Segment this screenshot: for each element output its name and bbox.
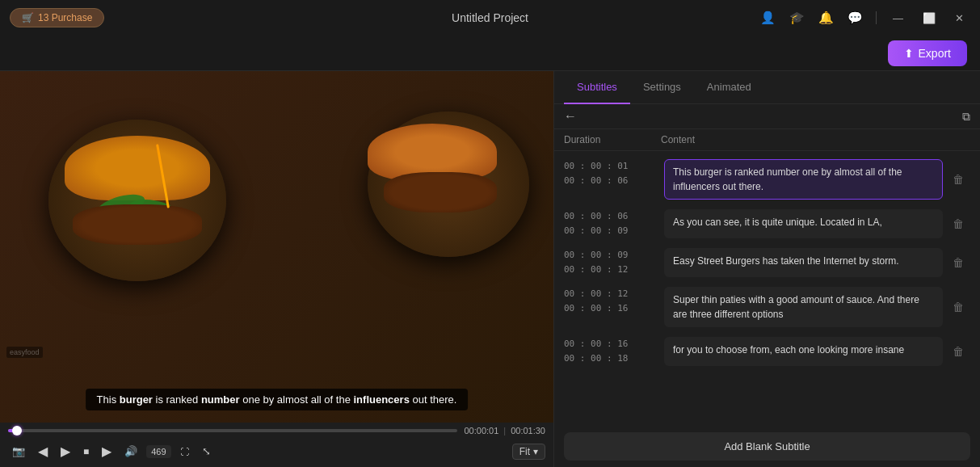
- purchase-icon: 🛒: [22, 12, 34, 23]
- duration-header: Duration: [564, 134, 661, 145]
- tab-subtitles[interactable]: Subtitles: [564, 71, 630, 104]
- chat-icon: 💬: [848, 11, 863, 25]
- close-button[interactable]: ✕: [948, 9, 970, 27]
- subtitle-row-0: 00 : 00 : 01 00 : 00 : 06 This burger is…: [554, 154, 980, 204]
- titlebar-right: 👤 🎓 🔔 💬 — ⬜ ✕: [756, 6, 970, 29]
- patty-right: [384, 172, 497, 212]
- crop-button[interactable]: ⤡: [198, 442, 215, 461]
- subtitle-delete-0[interactable]: 🗑: [946, 170, 970, 189]
- rewind-button[interactable]: ◀: [34, 440, 52, 462]
- tab-animated[interactable]: Animated: [694, 71, 764, 104]
- camera-button[interactable]: 📷: [8, 442, 29, 461]
- subtitle-delete-3[interactable]: 🗑: [946, 297, 970, 317]
- subtitle-time-1: 00 : 00 : 06 00 : 00 : 09: [564, 209, 661, 238]
- back-icon: ←: [564, 109, 577, 123]
- project-title: Untitled Project: [452, 11, 528, 24]
- back-button[interactable]: ←: [564, 109, 577, 124]
- fit-select[interactable]: Fit ▾: [512, 444, 545, 460]
- patty: [73, 204, 202, 245]
- subtitle-time-3: 00 : 00 : 12 00 : 00 : 16: [564, 287, 661, 315]
- divider: [876, 11, 877, 24]
- export-button[interactable]: ⬆ Export: [888, 40, 967, 66]
- play-button[interactable]: ▶: [57, 440, 74, 462]
- progress-thumb[interactable]: [12, 426, 22, 435]
- subtitle-time-0: 00 : 00 : 01 00 : 00 : 06: [564, 159, 661, 187]
- right-panel: Subtitles Settings Animated ← ⧉ Duration…: [553, 71, 980, 467]
- subtitle-delete-2[interactable]: 🗑: [946, 253, 970, 272]
- export-label: Export: [919, 47, 951, 60]
- subtitle-row-4: 00 : 00 : 16 00 : 00 : 18 for you to cho…: [554, 332, 980, 371]
- tab-settings[interactable]: Settings: [630, 71, 694, 104]
- time-display: 00:00:01 | 00:01:30: [464, 426, 545, 435]
- subtitle-content-2[interactable]: Easy Street Burgers has taken the Intern…: [664, 248, 943, 277]
- maximize-button[interactable]: ⬜: [916, 9, 942, 27]
- content-header: Content: [661, 134, 970, 145]
- burger-plate-right: [368, 111, 529, 257]
- video-container[interactable]: easyfood This burger is ranked number on…: [0, 71, 553, 423]
- export-bar: ⬆ Export: [0, 36, 980, 71]
- main-content: easyfood This burger is ranked number on…: [0, 71, 980, 467]
- chat-button[interactable]: 💬: [843, 6, 866, 29]
- progress-bar-container: 00:00:01 | 00:01:30: [8, 426, 545, 435]
- current-time: 00:00:01: [464, 426, 498, 435]
- subtitle-toolbar: ← ⧉: [554, 104, 980, 129]
- subtitle-list: 00 : 00 : 01 00 : 00 : 06 This burger is…: [554, 151, 980, 426]
- subtitle-time-4: 00 : 00 : 16 00 : 00 : 18: [564, 337, 661, 365]
- titlebar: 🛒 13 Purchase Untitled Project 👤 🎓 🔔 💬 —…: [0, 0, 980, 36]
- subtitle-content-3[interactable]: Super thin paties with a good amount of …: [664, 287, 943, 327]
- titlebar-left: 🛒 13 Purchase: [10, 8, 104, 27]
- notification-button[interactable]: 🔔: [814, 6, 837, 29]
- account-icon: 👤: [760, 11, 776, 25]
- account-button[interactable]: 👤: [756, 6, 779, 29]
- subtitle-bold-3: influencers: [354, 393, 410, 406]
- volume-button[interactable]: 🔊: [120, 442, 141, 461]
- purchase-button[interactable]: 🛒 13 Purchase: [10, 8, 104, 27]
- subtitle-row-1: 00 : 00 : 06 00 : 00 : 09 As you can see…: [554, 204, 980, 243]
- fit-chevron-icon: ▾: [533, 446, 538, 457]
- subtitle-delete-4[interactable]: 🗑: [946, 342, 970, 361]
- subtitle-content-4[interactable]: for you to choose from, each one looking…: [664, 337, 943, 366]
- subtitle-table-header: Duration Content: [554, 129, 980, 151]
- subtitle-content-0[interactable]: This burger is ranked number one by almo…: [664, 159, 943, 200]
- copy-icon: ⧉: [962, 110, 970, 123]
- fast-forward-button[interactable]: ▶: [98, 440, 116, 462]
- total-time: 00:01:30: [511, 426, 545, 435]
- video-frame: easyfood This burger is ranked number on…: [0, 71, 553, 423]
- progress-track[interactable]: [8, 429, 457, 432]
- controls-buttons: 📷 ◀ ▶ ■ ▶ 🔊 469 ⛶ ⤡ Fit ▾: [8, 439, 545, 464]
- graduation-icon: 🎓: [789, 11, 805, 25]
- bun-top: [65, 136, 210, 200]
- subtitle-bold-2: number: [201, 393, 240, 406]
- add-subtitle-label: Add Blank Subtitle: [724, 440, 810, 452]
- subtitle-delete-1[interactable]: 🗑: [946, 214, 970, 234]
- graduation-button[interactable]: 🎓: [785, 6, 808, 29]
- notification-icon: 🔔: [818, 11, 834, 25]
- subtitle-row-2: 00 : 00 : 09 00 : 00 : 12 Easy Street Bu…: [554, 243, 980, 282]
- fit-label: Fit: [519, 446, 530, 457]
- subtitle-content-1[interactable]: As you can see, it is quite unique. Loca…: [664, 209, 943, 238]
- zoom-button[interactable]: 469: [146, 445, 170, 458]
- purchase-label: 13 Purchase: [38, 12, 92, 23]
- tabs: Subtitles Settings Animated: [554, 71, 980, 104]
- subtitle-overlay: This burger is ranked number one by almo…: [86, 389, 469, 410]
- aspect-button[interactable]: ⛶: [176, 444, 193, 460]
- stop-button[interactable]: ■: [79, 443, 93, 461]
- video-panel: easyfood This burger is ranked number on…: [0, 71, 553, 467]
- watermark: easyfood: [6, 347, 43, 358]
- minimize-button[interactable]: —: [886, 9, 910, 27]
- burger-plate-left: [48, 120, 226, 281]
- add-blank-subtitle-button[interactable]: Add Blank Subtitle: [564, 432, 970, 461]
- copy-all-button[interactable]: ⧉: [962, 110, 970, 124]
- controls: 00:00:01 | 00:01:30 📷 ◀ ▶ ■ ▶ 🔊 469 ⛶ ⤡ …: [0, 423, 553, 467]
- subtitle-row-3: 00 : 00 : 12 00 : 00 : 16 Super thin pat…: [554, 282, 980, 332]
- subtitle-bold-1: burger: [120, 393, 153, 406]
- subtitle-time-2: 00 : 00 : 09 00 : 00 : 12: [564, 248, 661, 276]
- export-icon: ⬆: [904, 47, 914, 60]
